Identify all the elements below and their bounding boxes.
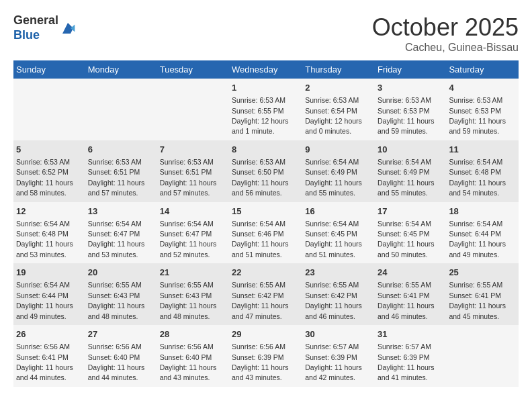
day-number: 1 xyxy=(232,82,300,94)
calendar-cell: 28Sunrise: 6:56 AM Sunset: 6:40 PM Dayli… xyxy=(157,325,229,387)
day-info: Sunrise: 6:54 AM Sunset: 6:47 PM Dayligh… xyxy=(88,220,145,259)
calendar-cell: 3Sunrise: 6:53 AM Sunset: 6:53 PM Daylig… xyxy=(375,79,446,140)
day-info: Sunrise: 6:56 AM Sunset: 6:41 PM Dayligh… xyxy=(16,342,73,381)
calendar-cell: 5Sunrise: 6:53 AM Sunset: 6:52 PM Daylig… xyxy=(13,140,85,202)
weekday-sunday: Sunday xyxy=(13,60,85,79)
weekday-saturday: Saturday xyxy=(446,60,519,79)
week-row-2: 5Sunrise: 6:53 AM Sunset: 6:52 PM Daylig… xyxy=(13,140,519,202)
day-number: 9 xyxy=(305,144,372,156)
day-number: 12 xyxy=(16,205,83,218)
day-info: Sunrise: 6:54 AM Sunset: 6:46 PM Dayligh… xyxy=(232,220,289,259)
calendar-cell: 6Sunrise: 6:53 AM Sunset: 6:51 PM Daylig… xyxy=(85,140,157,202)
day-number: 8 xyxy=(232,144,300,156)
calendar-cell: 24Sunrise: 6:55 AM Sunset: 6:41 PM Dayli… xyxy=(375,263,446,325)
day-number: 28 xyxy=(160,328,226,340)
day-number: 16 xyxy=(305,205,372,218)
day-info: Sunrise: 6:54 AM Sunset: 6:44 PM Dayligh… xyxy=(16,281,73,320)
day-info: Sunrise: 6:53 AM Sunset: 6:53 PM Dayligh… xyxy=(449,96,506,135)
day-number: 19 xyxy=(16,267,83,279)
weekday-thursday: Thursday xyxy=(302,60,375,79)
day-info: Sunrise: 6:53 AM Sunset: 6:53 PM Dayligh… xyxy=(378,96,435,135)
day-info: Sunrise: 6:55 AM Sunset: 6:43 PM Dayligh… xyxy=(160,281,217,320)
day-info: Sunrise: 6:56 AM Sunset: 6:40 PM Dayligh… xyxy=(88,342,145,381)
calendar-cell: 9Sunrise: 6:54 AM Sunset: 6:49 PM Daylig… xyxy=(302,140,375,202)
day-number: 24 xyxy=(378,267,443,279)
day-info: Sunrise: 6:55 AM Sunset: 6:41 PM Dayligh… xyxy=(449,281,506,320)
week-row-5: 26Sunrise: 6:56 AM Sunset: 6:41 PM Dayli… xyxy=(13,325,519,387)
day-number: 25 xyxy=(449,267,516,279)
calendar-cell: 16Sunrise: 6:54 AM Sunset: 6:45 PM Dayli… xyxy=(302,202,375,264)
day-info: Sunrise: 6:55 AM Sunset: 6:42 PM Dayligh… xyxy=(232,281,289,320)
logo: General Blue xyxy=(13,13,76,42)
calendar-cell xyxy=(13,79,85,140)
day-info: Sunrise: 6:57 AM Sunset: 6:39 PM Dayligh… xyxy=(305,342,362,381)
day-info: Sunrise: 6:54 AM Sunset: 6:49 PM Dayligh… xyxy=(305,158,362,197)
location: Cacheu, Guinea-Bissau xyxy=(372,42,519,54)
calendar-cell: 23Sunrise: 6:55 AM Sunset: 6:42 PM Dayli… xyxy=(302,263,375,325)
day-info: Sunrise: 6:53 AM Sunset: 6:51 PM Dayligh… xyxy=(88,158,145,197)
week-row-3: 12Sunrise: 6:54 AM Sunset: 6:48 PM Dayli… xyxy=(13,202,519,264)
calendar-cell: 2Sunrise: 6:53 AM Sunset: 6:54 PM Daylig… xyxy=(302,79,375,140)
logo-blue: Blue xyxy=(13,28,40,42)
day-number: 17 xyxy=(378,205,443,218)
day-info: Sunrise: 6:53 AM Sunset: 6:55 PM Dayligh… xyxy=(232,96,289,135)
day-info: Sunrise: 6:55 AM Sunset: 6:43 PM Dayligh… xyxy=(88,281,145,320)
day-number: 13 xyxy=(88,205,154,218)
calendar-cell: 21Sunrise: 6:55 AM Sunset: 6:43 PM Dayli… xyxy=(157,263,229,325)
day-number: 15 xyxy=(232,205,300,218)
day-number: 27 xyxy=(88,328,154,340)
weekday-tuesday: Tuesday xyxy=(157,60,229,79)
day-info: Sunrise: 6:54 AM Sunset: 6:49 PM Dayligh… xyxy=(378,158,435,197)
weekday-monday: Monday xyxy=(85,60,157,79)
calendar-cell xyxy=(157,79,229,140)
day-number: 3 xyxy=(378,82,443,94)
calendar-cell xyxy=(446,325,519,387)
calendar-cell: 26Sunrise: 6:56 AM Sunset: 6:41 PM Dayli… xyxy=(13,325,85,387)
weekday-header-row: SundayMondayTuesdayWednesdayThursdayFrid… xyxy=(13,60,519,79)
calendar-cell: 25Sunrise: 6:55 AM Sunset: 6:41 PM Dayli… xyxy=(446,263,519,325)
day-number: 4 xyxy=(449,82,516,94)
calendar-cell: 27Sunrise: 6:56 AM Sunset: 6:40 PM Dayli… xyxy=(85,325,157,387)
week-row-1: 1Sunrise: 6:53 AM Sunset: 6:55 PM Daylig… xyxy=(13,79,519,140)
day-info: Sunrise: 6:53 AM Sunset: 6:50 PM Dayligh… xyxy=(232,158,289,197)
day-number: 14 xyxy=(160,205,226,218)
calendar-cell: 15Sunrise: 6:54 AM Sunset: 6:46 PM Dayli… xyxy=(229,202,302,264)
day-info: Sunrise: 6:54 AM Sunset: 6:45 PM Dayligh… xyxy=(305,220,362,259)
day-info: Sunrise: 6:54 AM Sunset: 6:44 PM Dayligh… xyxy=(449,220,506,259)
calendar-cell: 14Sunrise: 6:54 AM Sunset: 6:47 PM Dayli… xyxy=(157,202,229,264)
weekday-friday: Friday xyxy=(375,60,446,79)
day-number: 10 xyxy=(378,144,443,156)
calendar-cell: 11Sunrise: 6:54 AM Sunset: 6:48 PM Dayli… xyxy=(446,140,519,202)
day-number: 20 xyxy=(88,267,154,279)
calendar-cell: 20Sunrise: 6:55 AM Sunset: 6:43 PM Dayli… xyxy=(85,263,157,325)
day-info: Sunrise: 6:56 AM Sunset: 6:40 PM Dayligh… xyxy=(160,342,217,381)
day-info: Sunrise: 6:55 AM Sunset: 6:42 PM Dayligh… xyxy=(305,281,362,320)
day-number: 18 xyxy=(449,205,516,218)
day-info: Sunrise: 6:54 AM Sunset: 6:48 PM Dayligh… xyxy=(449,158,506,197)
calendar-cell: 18Sunrise: 6:54 AM Sunset: 6:44 PM Dayli… xyxy=(446,202,519,264)
day-info: Sunrise: 6:55 AM Sunset: 6:41 PM Dayligh… xyxy=(378,281,435,320)
calendar-cell: 7Sunrise: 6:53 AM Sunset: 6:51 PM Daylig… xyxy=(157,140,229,202)
calendar-cell: 29Sunrise: 6:56 AM Sunset: 6:39 PM Dayli… xyxy=(229,325,302,387)
day-number: 5 xyxy=(16,144,83,156)
calendar-body: 1Sunrise: 6:53 AM Sunset: 6:55 PM Daylig… xyxy=(13,79,519,387)
day-info: Sunrise: 6:53 AM Sunset: 6:52 PM Dayligh… xyxy=(16,158,73,197)
calendar-cell: 19Sunrise: 6:54 AM Sunset: 6:44 PM Dayli… xyxy=(13,263,85,325)
day-info: Sunrise: 6:53 AM Sunset: 6:54 PM Dayligh… xyxy=(305,96,362,135)
page-header: General Blue October 2025 Cacheu, Guinea… xyxy=(13,13,519,54)
calendar-cell: 4Sunrise: 6:53 AM Sunset: 6:53 PM Daylig… xyxy=(446,79,519,140)
logo-general: General xyxy=(13,13,58,27)
day-number: 23 xyxy=(305,267,372,279)
day-info: Sunrise: 6:54 AM Sunset: 6:48 PM Dayligh… xyxy=(16,220,73,259)
calendar-cell: 22Sunrise: 6:55 AM Sunset: 6:42 PM Dayli… xyxy=(229,263,302,325)
calendar-cell: 10Sunrise: 6:54 AM Sunset: 6:49 PM Dayli… xyxy=(375,140,446,202)
day-number: 26 xyxy=(16,328,83,340)
day-info: Sunrise: 6:56 AM Sunset: 6:39 PM Dayligh… xyxy=(232,342,289,381)
day-number: 29 xyxy=(232,328,300,340)
weekday-wednesday: Wednesday xyxy=(229,60,302,79)
calendar-cell: 13Sunrise: 6:54 AM Sunset: 6:47 PM Dayli… xyxy=(85,202,157,264)
day-info: Sunrise: 6:54 AM Sunset: 6:45 PM Dayligh… xyxy=(378,220,435,259)
calendar-cell: 31Sunrise: 6:57 AM Sunset: 6:39 PM Dayli… xyxy=(375,325,446,387)
title-block: October 2025 Cacheu, Guinea-Bissau xyxy=(372,13,519,54)
calendar-cell: 8Sunrise: 6:53 AM Sunset: 6:50 PM Daylig… xyxy=(229,140,302,202)
